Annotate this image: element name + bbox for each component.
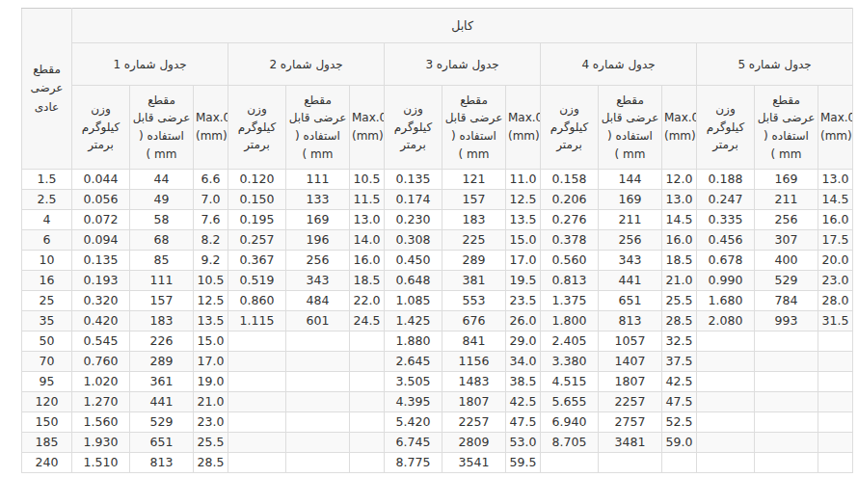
value-cell: 169 <box>755 170 818 190</box>
value-cell: 26.0 <box>506 311 541 332</box>
value-cell: 12.0 <box>662 170 697 190</box>
value-cell: 3.380 <box>541 352 599 372</box>
value-cell: 226 <box>130 332 194 352</box>
value-cell <box>228 392 286 412</box>
value-cell: 0.230 <box>385 210 442 230</box>
corner-header: مقطع عرضی عادی <box>22 9 72 170</box>
value-cell: 0.519 <box>228 271 286 291</box>
value-cell: 0.560 <box>541 251 599 271</box>
value-cell: 22.0 <box>350 291 385 311</box>
value-cell: 68 <box>130 230 194 251</box>
value-cell: 211 <box>599 210 662 230</box>
size-cell: 1.5 <box>22 170 72 190</box>
value-cell: 13.5 <box>506 210 541 230</box>
value-cell <box>755 372 818 392</box>
group-header-3: جدول شماره 3 <box>385 43 541 86</box>
table-title: کابل <box>72 9 853 43</box>
value-cell: 32.5 <box>662 332 697 352</box>
value-cell: 1.560 <box>72 412 130 433</box>
value-cell: 29.0 <box>506 332 541 352</box>
group-header-row: جدول شماره 1 جدول شماره 2 جدول شماره 3 ج… <box>22 43 853 86</box>
weight-header: وزن کیلوگرم برمتر <box>697 86 755 170</box>
value-cell: 13.0 <box>350 210 385 230</box>
value-cell <box>286 453 350 473</box>
value-cell: 47.5 <box>506 412 541 433</box>
max-header: Max.0 (mm) <box>194 86 228 170</box>
value-cell: 7.6 <box>194 210 228 230</box>
value-cell: 18.5 <box>350 271 385 291</box>
value-cell: 256 <box>755 210 818 230</box>
value-cell: 0.120 <box>228 170 286 190</box>
value-cell: 133 <box>286 190 350 210</box>
section-header: مقطع عرضی قابل استفاده ( mm ) <box>286 86 350 170</box>
value-cell <box>286 332 350 352</box>
value-cell <box>228 453 286 473</box>
value-cell: 0.545 <box>72 332 130 352</box>
table-row: 60.094688.20.25719614.00.30822515.00.378… <box>22 230 853 251</box>
value-cell: 20.0 <box>818 251 853 271</box>
value-cell: 651 <box>130 433 194 453</box>
value-cell <box>286 372 350 392</box>
value-cell: 1407 <box>599 352 662 372</box>
value-cell <box>662 453 697 473</box>
value-cell: 10.5 <box>194 271 228 291</box>
value-cell: 0.760 <box>72 352 130 372</box>
value-cell: 8.2 <box>194 230 228 251</box>
value-cell: 0.195 <box>228 210 286 230</box>
max-header: Max.0 (mm) <box>662 86 697 170</box>
value-cell: 16.0 <box>662 230 697 251</box>
value-cell <box>697 372 755 392</box>
value-cell <box>350 372 385 392</box>
value-cell: 343 <box>599 251 662 271</box>
size-cell: 120 <box>22 392 72 412</box>
value-cell <box>286 412 350 433</box>
value-cell: 49 <box>130 190 194 210</box>
value-cell: 11.0 <box>506 170 541 190</box>
size-cell: 10 <box>22 251 72 271</box>
value-cell <box>697 352 755 372</box>
size-cell: 4 <box>22 210 72 230</box>
table-row: 1201.27044121.04.395180742.55.655225747.… <box>22 392 853 412</box>
value-cell: 2809 <box>442 433 506 453</box>
value-cell <box>697 453 755 473</box>
value-cell <box>697 332 755 352</box>
value-cell <box>755 332 818 352</box>
value-cell: 85 <box>130 251 194 271</box>
value-cell <box>697 433 755 453</box>
value-cell: 59.0 <box>662 433 697 453</box>
value-cell <box>350 433 385 453</box>
title-row: مقطع عرضی عادی کابل <box>22 9 853 43</box>
value-cell: 529 <box>130 412 194 433</box>
size-cell: 240 <box>22 453 72 473</box>
max-header: Max.0 (mm) <box>506 86 541 170</box>
value-cell: 841 <box>442 332 506 352</box>
value-cell: 15.0 <box>194 332 228 352</box>
value-cell: 52.5 <box>662 412 697 433</box>
value-cell: 0.678 <box>697 251 755 271</box>
value-cell <box>350 453 385 473</box>
size-cell: 16 <box>22 271 72 291</box>
value-cell: 0.044 <box>72 170 130 190</box>
value-cell: 0.247 <box>697 190 755 210</box>
value-cell: 0.072 <box>72 210 130 230</box>
value-cell: 2.405 <box>541 332 599 352</box>
value-cell: 15.0 <box>506 230 541 251</box>
value-cell <box>818 352 853 372</box>
value-cell: 2757 <box>599 412 662 433</box>
value-cell: 553 <box>442 291 506 311</box>
value-cell: 0.150 <box>228 190 286 210</box>
value-cell: 47.5 <box>662 392 697 412</box>
value-cell: 183 <box>130 311 194 332</box>
value-cell: 12.5 <box>506 190 541 210</box>
size-cell: 35 <box>22 311 72 332</box>
value-cell: 13.0 <box>662 190 697 210</box>
value-cell: 0.135 <box>72 251 130 271</box>
value-cell: 0.188 <box>697 170 755 190</box>
value-cell: 5.420 <box>385 412 442 433</box>
value-cell: 0.174 <box>385 190 442 210</box>
value-cell: 183 <box>442 210 506 230</box>
value-cell: 17.0 <box>194 352 228 372</box>
group-header-5: جدول شماره 5 <box>697 43 853 86</box>
value-cell <box>755 352 818 372</box>
value-cell: 1.020 <box>72 372 130 392</box>
